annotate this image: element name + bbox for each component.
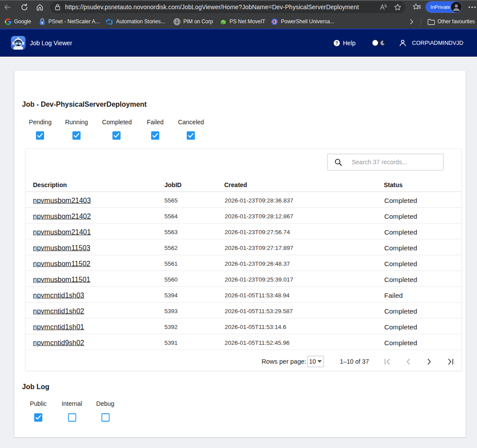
svg-text:?: ? <box>335 40 338 46</box>
